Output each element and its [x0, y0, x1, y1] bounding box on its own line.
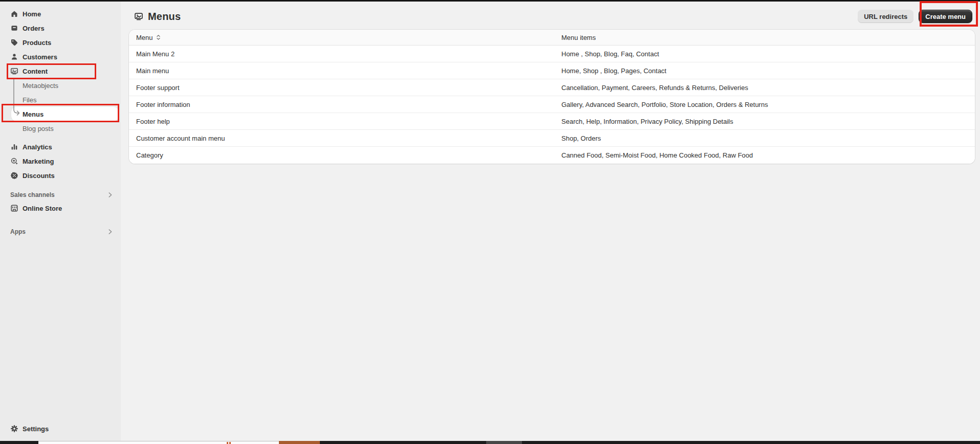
menus-table-card: Menu Menu items Main Menu 2 Home , Shop,… [129, 30, 975, 164]
sidebar-item-label: Products [23, 39, 51, 47]
sidebar-item-label: Metaobjects [23, 82, 58, 90]
url-redirects-button[interactable]: URL redirects [858, 10, 913, 23]
bottom-taskbar-sliver [0, 441, 980, 444]
sidebar-item-label: Settings [23, 425, 49, 433]
page-title-text: Menus [148, 11, 181, 23]
sidebar-section-sales-channels[interactable]: Sales channels [0, 189, 121, 201]
marketing-icon [10, 157, 18, 165]
table-row[interactable]: Category Canned Food, Semi-Moist Food, H… [129, 147, 975, 164]
sidebar-item-label: Menus [23, 110, 43, 118]
sidebar-item-label: Files [23, 96, 36, 104]
sidebar-item-settings[interactable]: Settings [0, 421, 121, 436]
page-title: Menus [134, 11, 181, 23]
table-row[interactable]: Main Menu 2 Home , Shop, Blog, Faq, Cont… [129, 46, 975, 62]
section-label: Sales channels [10, 191, 55, 198]
customers-icon [10, 53, 18, 61]
table-row[interactable]: Footer information Gallery, Advanced Sea… [129, 96, 975, 113]
window-top-edge [0, 0, 980, 2]
create-menu-button[interactable]: Create menu [919, 10, 972, 23]
sidebar-nav: Home Orders Products Customers Content [0, 2, 121, 238]
chevron-right-icon [106, 191, 114, 198]
menu-items-cell: Canned Food, Semi-Moist Food, Home Cooke… [554, 151, 975, 159]
sidebar-item-label: Orders [23, 25, 45, 32]
sidebar-item-marketing[interactable]: Marketing [0, 154, 121, 168]
page-header: Menus URL redirects Create menu [121, 2, 980, 28]
section-label: Apps [10, 228, 26, 235]
gear-icon [10, 425, 18, 433]
header-actions: URL redirects Create menu [858, 10, 972, 23]
menu-name-cell[interactable]: Customer account main menu [129, 135, 554, 142]
discounts-icon [10, 171, 18, 180]
bottom-strip-window-sliver [38, 441, 279, 444]
store-icon [10, 204, 18, 212]
bottom-strip-gray-segment [486, 441, 522, 444]
sidebar-item-analytics[interactable]: Analytics [0, 140, 121, 154]
column-header-label: Menu [136, 34, 153, 41]
menu-name-cell[interactable]: Footer support [129, 84, 554, 92]
sidebar-item-label: Content [23, 68, 48, 75]
menu-items-cell: Shop, Orders [554, 135, 975, 142]
column-header-menu[interactable]: Menu [129, 34, 554, 41]
column-header-label: Menu items [561, 34, 596, 41]
sidebar-section-apps[interactable]: Apps [0, 226, 121, 238]
table-row[interactable]: Footer support Cancellation, Payment, Ca… [129, 79, 975, 96]
home-icon [10, 10, 18, 18]
sidebar: Home Orders Products Customers Content [0, 2, 121, 441]
sidebar-item-label: Marketing [23, 158, 54, 165]
menu-items-cell: Home, Shop , Blog, Pages, Contact [554, 67, 975, 75]
products-icon [10, 38, 18, 47]
menu-name-cell[interactable]: Footer information [129, 101, 554, 108]
orders-icon [10, 24, 18, 32]
sidebar-item-discounts[interactable]: Discounts [0, 168, 121, 183]
chevron-right-icon [106, 228, 114, 235]
menu-items-cell: Search, Help, Information, Privacy Polic… [554, 118, 975, 125]
sidebar-item-online-store[interactable]: Online Store [0, 201, 121, 215]
table-row[interactable]: Footer help Search, Help, Information, P… [129, 113, 975, 130]
sidebar-item-menus[interactable]: Menus [11, 107, 119, 121]
main-content: Menus URL redirects Create menu Menu Men… [121, 2, 980, 441]
sidebar-item-label: Home [23, 10, 41, 18]
menu-items-cell: Cancellation, Payment, Careers, Refunds … [554, 84, 975, 92]
sidebar-item-label: Analytics [23, 143, 52, 151]
sidebar-item-content[interactable]: Content [0, 64, 121, 78]
menu-items-cell: Home , Shop, Blog, Faq, Contact [554, 50, 975, 58]
sort-icon[interactable] [155, 34, 162, 41]
menu-name-cell[interactable]: Footer help [129, 118, 554, 125]
sidebar-item-label: Online Store [23, 205, 62, 212]
bottom-strip-orange-segment [279, 441, 320, 444]
menu-name-cell[interactable]: Main menu [129, 67, 554, 75]
sidebar-item-label: Blog posts [23, 125, 54, 132]
sidebar-item-metaobjects[interactable]: Metaobjects [0, 78, 121, 93]
bottom-strip-orange-marks [227, 442, 231, 444]
menu-items-cell: Gallery, Advanced Search, Portfolio, Sto… [554, 101, 975, 108]
sidebar-item-home[interactable]: Home [0, 7, 121, 21]
table-header-row: Menu Menu items [129, 30, 975, 46]
menu-name-cell[interactable]: Main Menu 2 [129, 50, 554, 58]
content-icon [10, 67, 18, 75]
sidebar-item-orders[interactable]: Orders [0, 21, 121, 35]
content-icon [134, 12, 143, 21]
sidebar-item-blog-posts[interactable]: Blog posts [0, 121, 121, 136]
menu-name-cell[interactable]: Category [129, 151, 554, 159]
table-row[interactable]: Main menu Home, Shop , Blog, Pages, Cont… [129, 62, 975, 79]
column-header-menu-items: Menu items [554, 34, 975, 41]
sidebar-item-label: Customers [23, 53, 57, 61]
sidebar-item-label: Discounts [23, 172, 55, 180]
analytics-icon [10, 143, 18, 151]
sidebar-item-customers[interactable]: Customers [0, 50, 121, 64]
sidebar-item-products[interactable]: Products [0, 35, 121, 50]
sidebar-item-files[interactable]: Files [0, 93, 121, 107]
table-row[interactable]: Customer account main menu Shop, Orders [129, 130, 975, 147]
